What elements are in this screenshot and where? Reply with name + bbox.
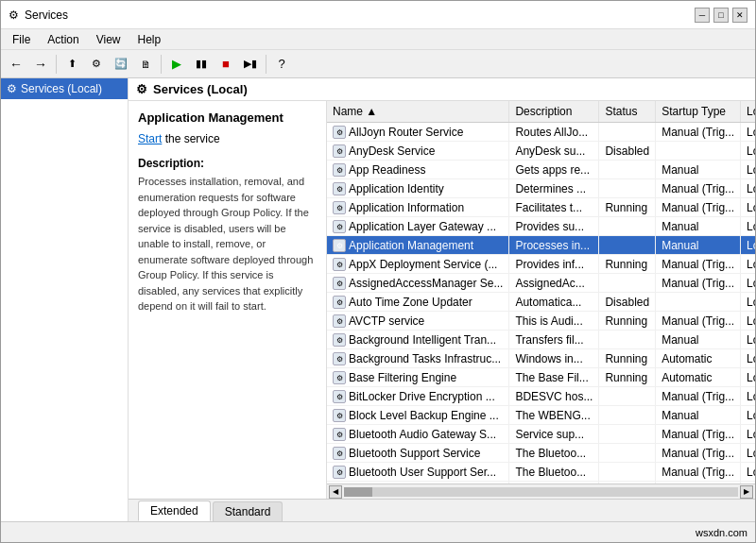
cell-logon: Local S... (741, 463, 755, 482)
cell-startup: Manual (656, 217, 741, 236)
table-row[interactable]: ⚙Bluetooth Support ServiceThe Bluetoo...… (327, 444, 755, 463)
table-row[interactable]: ⚙Bluetooth User Support Ser...The Blueto… (327, 463, 755, 482)
cell-logon: Local S... (741, 198, 755, 217)
refresh-button[interactable]: 🔄 (110, 53, 132, 76)
main-area: ⚙ Services (Local) ⚙ Services (Local) Ap… (1, 78, 755, 521)
pause-service-button[interactable]: ▮▮ (190, 53, 213, 76)
table-row[interactable]: ⚙Application Layer Gateway ...Provides s… (327, 217, 755, 236)
scroll-right-button[interactable]: ▶ (740, 485, 753, 499)
cell-description: Gets apps re... (509, 161, 599, 179)
content-header: ⚙ Services (Local) (129, 78, 755, 101)
forward-button[interactable]: → (29, 53, 52, 76)
cell-logon: Local S... (741, 444, 755, 463)
cell-status: Running (599, 349, 656, 368)
cell-description: The WBENG... (509, 406, 599, 425)
toolbar-separator-2 (161, 55, 162, 74)
close-button[interactable]: ✕ (732, 8, 747, 23)
service-list-pane: Name ▲ Description Status Startup Type L… (327, 101, 755, 499)
cell-startup: Manual (656, 331, 741, 349)
cell-startup: Manual (656, 406, 741, 425)
cell-startup: Manual (656, 161, 741, 179)
table-row[interactable]: ⚙Auto Time Zone UpdaterAutomatica...Disa… (327, 293, 755, 312)
sidebar-item-services-local[interactable]: ⚙ Services (Local) (1, 78, 128, 99)
minimize-button[interactable]: ─ (695, 8, 710, 23)
cell-status (599, 123, 656, 142)
col-status[interactable]: Status (599, 101, 656, 123)
scroll-thumb[interactable] (344, 487, 372, 497)
table-row[interactable]: ⚙BitLocker Drive Encryption ...BDESVC ho… (327, 387, 755, 406)
cell-description: Automatica... (509, 293, 599, 312)
cell-name: ⚙Bluetooth User Support Ser... (327, 463, 509, 482)
table-row[interactable]: ⚙Bluetooth Audio Gateway S...Service sup… (327, 425, 755, 444)
cell-name: ⚙BitLocker Drive Encryption ... (327, 387, 509, 406)
stop-service-button[interactable]: ■ (215, 53, 237, 76)
cell-status (599, 444, 656, 463)
toolbar-separator-1 (56, 55, 57, 74)
cell-status (599, 274, 656, 293)
cell-description: Windows in... (509, 349, 599, 368)
cell-startup: Automatic (656, 349, 741, 368)
col-logon[interactable]: Log On (741, 101, 755, 123)
cell-name: ⚙AllJoyn Router Service (327, 123, 509, 142)
cell-startup: Manual (Trig... (656, 179, 741, 198)
col-name[interactable]: Name ▲ (327, 101, 509, 123)
tab-extended[interactable]: Extended (138, 501, 211, 521)
detail-panel: Application Management Start the service… (129, 101, 327, 499)
scroll-track[interactable] (344, 487, 738, 497)
cell-description: Determines ... (509, 179, 599, 198)
cell-name: ⚙AVCTP service (327, 312, 509, 331)
table-row[interactable]: ⚙AppX Deployment Service (...Provides in… (327, 255, 755, 274)
table-row[interactable]: ⚙AVCTP serviceThis is Audi...RunningManu… (327, 312, 755, 331)
table-row[interactable]: ⚙App ReadinessGets apps re...ManualLocal… (327, 161, 755, 179)
cell-status: Running (599, 255, 656, 274)
cell-logon: Local S... (741, 142, 755, 161)
export-button[interactable]: 🗎 (134, 53, 157, 76)
restart-service-button[interactable]: ▶▮ (239, 53, 262, 76)
menu-file[interactable]: File (5, 31, 38, 48)
cell-logon: Local S... (741, 425, 755, 444)
cell-status (599, 425, 656, 444)
cell-logon: Local S... (741, 293, 755, 312)
table-container[interactable]: Name ▲ Description Status Startup Type L… (327, 101, 755, 484)
properties-button[interactable]: ⚙ (85, 53, 108, 76)
maximize-button[interactable]: □ (713, 8, 729, 23)
back-button[interactable]: ← (5, 53, 27, 76)
start-service-link[interactable]: Start (138, 132, 162, 145)
window-title: Services (25, 8, 68, 22)
col-startup[interactable]: Startup Type (656, 101, 741, 123)
up-button[interactable]: ⬆ (60, 53, 83, 76)
title-bar-controls: ─ □ ✕ (695, 8, 747, 23)
menu-action[interactable]: Action (40, 31, 86, 48)
help-button[interactable]: ? (270, 53, 293, 76)
table-row[interactable]: ⚙Application IdentityDetermines ...Manua… (327, 179, 755, 198)
menu-help[interactable]: Help (130, 31, 169, 48)
table-row[interactable]: ⚙AllJoyn Router ServiceRoutes AllJo...Ma… (327, 123, 755, 142)
table-row[interactable]: ⚙Background Intelligent Tran...Transfers… (327, 331, 755, 349)
cell-logon: Local S... (741, 368, 755, 387)
cell-startup (656, 142, 741, 161)
start-service-button[interactable]: ▶ (165, 53, 188, 76)
table-row[interactable]: ⚙Block Level Backup Engine ...The WBENG.… (327, 406, 755, 425)
cell-description: Routes AllJo... (509, 123, 599, 142)
cell-status: Running (599, 368, 656, 387)
cell-logon: Local S... (741, 406, 755, 425)
start-service-text: Start the service (138, 132, 317, 145)
cell-startup: Manual (Trig... (656, 255, 741, 274)
col-description[interactable]: Description (509, 101, 599, 123)
table-row[interactable]: ⚙Application ManagementProcesses in...Ma… (327, 236, 755, 255)
tab-standard[interactable]: Standard (213, 501, 284, 521)
scroll-left-button[interactable]: ◀ (329, 485, 342, 499)
table-row[interactable]: ⚙AssignedAccessManager Se...AssignedAc..… (327, 274, 755, 293)
table-row[interactable]: ⚙AnyDesk ServiceAnyDesk su...DisabledLoc… (327, 142, 755, 161)
cell-status (599, 217, 656, 236)
cell-logon: Local S... (741, 387, 755, 406)
cell-logon: Local S... (741, 349, 755, 368)
menu-view[interactable]: View (89, 31, 129, 48)
table-row[interactable]: ⚙Background Tasks Infrastruc...Windows i… (327, 349, 755, 368)
horizontal-scrollbar[interactable]: ◀ ▶ (327, 484, 755, 499)
table-row[interactable]: ⚙Application InformationFacilitates t...… (327, 198, 755, 217)
split-pane: Application Management Start the service… (129, 101, 755, 499)
table-row[interactable]: ⚙Base Filtering EngineThe Base Fil...Run… (327, 368, 755, 387)
cell-description: The Bluetoo... (509, 444, 599, 463)
title-bar: ⚙ Services ─ □ ✕ (1, 1, 755, 29)
